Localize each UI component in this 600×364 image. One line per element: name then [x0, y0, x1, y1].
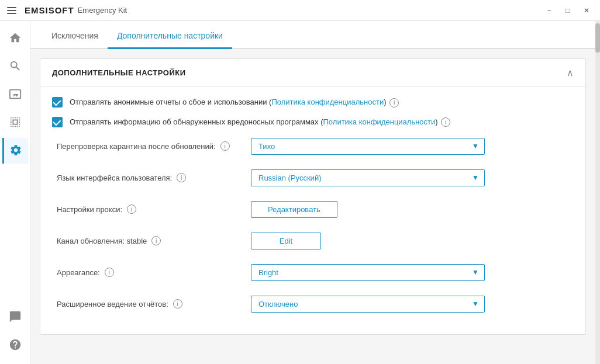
- scan-icon: [9, 60, 22, 74]
- form-row-update-channel: Канал обновления: stable i Edit: [52, 230, 574, 251]
- control-quarantine: Тихо Стандартно Детально ▼: [251, 138, 485, 155]
- control-language: Russian (Русский) English Deutsch ▼: [251, 169, 485, 186]
- form-row-quarantine: Перепроверка карантина после обновлений:…: [52, 136, 574, 157]
- minimize-button[interactable]: −: [540, 3, 558, 18]
- panel-header: ДОПОЛНИТЕЛЬНЫЕ НАСТРОЙКИ ∧: [40, 59, 585, 87]
- sidebar-item-messages[interactable]: [2, 304, 28, 330]
- control-update-channel: Edit: [251, 233, 485, 249]
- form-row-language: Язык интерфейса пользователя: i Russian …: [52, 167, 574, 188]
- label-update-channel: Канал обновления: stable i: [52, 236, 251, 245]
- label-quarantine-text: Перепроверка карантина после обновлений:: [57, 142, 216, 151]
- label-language: Язык интерфейса пользователя: i: [52, 173, 251, 182]
- label-appearance: Appearance: i: [52, 268, 251, 277]
- label-language-text: Язык интерфейса пользователя:: [57, 174, 172, 182]
- help-icon: [9, 338, 22, 353]
- form-row-logging: Расширенное ведение отчётов: i Отключено…: [52, 293, 574, 314]
- tab-exclusions[interactable]: Исключения: [42, 24, 108, 49]
- right-scrollbar[interactable]: [595, 21, 600, 364]
- label-update-channel-text: Канал обновления: stable: [57, 237, 147, 245]
- dropdown-appearance[interactable]: Bright Dark System: [251, 264, 485, 281]
- monitor-icon: [9, 88, 22, 102]
- label-proxy-text: Настройки прокси:: [57, 205, 122, 214]
- titlebar-left: EMSISOFT Emergency Kit: [5, 5, 127, 16]
- messages-icon: [9, 310, 22, 325]
- label-text-after-2: ): [435, 117, 437, 126]
- hamburger-menu[interactable]: [5, 5, 19, 16]
- proxy-edit-button[interactable]: Редактировать: [251, 201, 337, 218]
- scrollbar-thumb: [595, 23, 600, 53]
- sidebar-item-monitor[interactable]: [2, 82, 28, 108]
- checkbox-row-anon-reports: Отправлять анонимные отчеты о сбое и исп…: [52, 96, 574, 108]
- checkbox-malware-info[interactable]: [52, 117, 63, 127]
- control-proxy: Редактировать: [251, 201, 485, 218]
- app-name: EMSISOFT: [25, 5, 74, 15]
- tabs-bar: Исключения Дополнительные настройки: [30, 21, 595, 49]
- info-icon-language[interactable]: i: [177, 173, 186, 182]
- label-text-after-1: ): [384, 98, 386, 106]
- maximize-button[interactable]: □: [559, 3, 577, 18]
- app-subtitle: Emergency Kit: [78, 6, 127, 15]
- close-button[interactable]: ✕: [578, 3, 595, 18]
- tab-additional-settings[interactable]: Дополнительные настройки: [108, 24, 232, 49]
- dropdown-quarantine[interactable]: Тихо Стандартно Детально: [251, 138, 485, 155]
- titlebar: EMSISOFT Emergency Kit − □ ✕: [0, 0, 600, 21]
- home-icon: [9, 32, 22, 46]
- sidebar-item-home[interactable]: [2, 26, 28, 51]
- sidebar-item-settings[interactable]: [2, 138, 28, 164]
- app-body: Исключения Дополнительные настройки ДОПО…: [0, 21, 600, 364]
- settings-panel: ДОПОЛНИТЕЛЬНЫЕ НАСТРОЙКИ ∧ Отправлять ан…: [40, 58, 586, 335]
- dropdown-wrapper-logging: Отключено Включено ▼: [251, 296, 485, 313]
- window-controls: − □ ✕: [540, 3, 595, 18]
- info-icon-2[interactable]: i: [441, 117, 450, 127]
- checkbox-label-malware: Отправлять информацию об обнаруженных вр…: [70, 116, 450, 128]
- sidebar-bottom: [2, 304, 28, 364]
- logs-icon: [9, 116, 22, 130]
- dropdown-wrapper-language: Russian (Русский) English Deutsch ▼: [251, 169, 485, 186]
- settings-icon: [9, 144, 22, 158]
- sidebar: [0, 21, 30, 364]
- form-row-proxy: Настройки прокси: i Редактировать: [52, 199, 574, 220]
- privacy-link-2[interactable]: Политика конфиденциальности: [323, 117, 436, 126]
- control-appearance: Bright Dark System ▼: [251, 264, 485, 281]
- checkbox-row-malware-info: Отправлять информацию об обнаруженных вр…: [52, 116, 574, 128]
- info-icon-update-channel[interactable]: i: [151, 236, 161, 245]
- info-icon-1[interactable]: i: [389, 98, 399, 108]
- update-channel-edit-button[interactable]: Edit: [251, 233, 321, 249]
- dropdown-language[interactable]: Russian (Русский) English Deutsch: [251, 169, 485, 186]
- label-appearance-text: Appearance:: [57, 268, 100, 277]
- checkbox-anon-reports[interactable]: [52, 97, 63, 108]
- info-icon-appearance[interactable]: i: [105, 268, 114, 277]
- label-text-before-1: Отправлять анонимные отчеты о сбое и исп…: [70, 98, 271, 106]
- info-icon-quarantine[interactable]: i: [220, 141, 230, 151]
- label-text-before-2: Отправлять информацию об обнаруженных вр…: [70, 117, 323, 126]
- checkbox-label-anon: Отправлять анонимные отчеты о сбое и исп…: [70, 96, 399, 108]
- panel-content: Отправлять анонимные отчеты о сбое и исп…: [40, 87, 585, 334]
- content-area: Исключения Дополнительные настройки ДОПО…: [30, 21, 595, 364]
- dropdown-logging[interactable]: Отключено Включено: [251, 296, 485, 313]
- info-icon-logging[interactable]: i: [173, 299, 182, 308]
- scroll-area[interactable]: ДОПОЛНИТЕЛЬНЫЕ НАСТРОЙКИ ∧ Отправлять ан…: [30, 49, 595, 364]
- privacy-link-1[interactable]: Политика конфиденциальности: [271, 98, 384, 106]
- control-logging: Отключено Включено ▼: [251, 296, 485, 313]
- sidebar-item-logs[interactable]: [2, 110, 28, 136]
- sidebar-item-scan[interactable]: [2, 54, 28, 79]
- label-proxy: Настройки прокси: i: [52, 204, 251, 214]
- info-icon-proxy[interactable]: i: [127, 204, 136, 214]
- label-logging: Расширенное ведение отчётов: i: [52, 299, 251, 308]
- app-logo: EMSISOFT Emergency Kit: [25, 5, 127, 15]
- collapse-icon[interactable]: ∧: [567, 67, 574, 78]
- dropdown-wrapper-appearance: Bright Dark System ▼: [251, 264, 485, 281]
- panel-title: ДОПОЛНИТЕЛЬНЫЕ НАСТРОЙКИ: [52, 68, 186, 77]
- label-quarantine: Перепроверка карантина после обновлений:…: [52, 141, 251, 151]
- form-row-appearance: Appearance: i Bright Dark System ▼: [52, 262, 574, 283]
- label-logging-text: Расширенное ведение отчётов:: [57, 300, 168, 308]
- sidebar-item-help[interactable]: [2, 332, 28, 358]
- dropdown-wrapper-quarantine: Тихо Стандартно Детально ▼: [251, 138, 485, 155]
